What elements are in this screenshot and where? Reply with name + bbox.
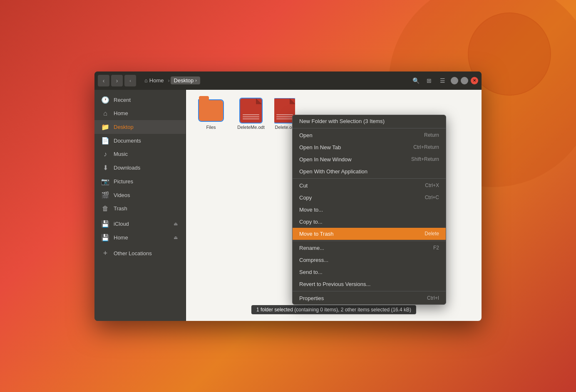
cm-shortcut-properties: Ctrl+I [427,295,439,301]
cm-label-revert: Revert to Previous Versions... [299,281,370,287]
sidebar-item-other[interactable]: + Other Locations [94,246,186,261]
breadcrumb: ⌂ Home › Desktop › [141,76,405,84]
cm-shortcut-open: Return [424,132,439,138]
cm-separator-4 [293,291,446,291]
documents-icon: 📄 [101,137,109,145]
sidebar-label-music: Music [114,151,179,157]
cm-label-new-folder: New Folder with Selection (3 Items) [299,118,385,124]
sidebar-item-icloud[interactable]: 💾 iCloud ⏏ [94,217,186,231]
file-label-files: Files [206,125,216,130]
minimize-button[interactable] [451,77,458,84]
sidebar-label-recent: Recent [114,97,179,103]
sidebar-label-home: Home [114,110,179,116]
cm-separator-1 [293,128,446,128]
sidebar-item-trash[interactable]: 🗑 Trash [94,202,186,215]
cm-open-new-tab[interactable]: Open In New Tab Ctrl+Return [293,141,446,153]
cm-label-move-to-trash: Move to Trash [299,231,333,237]
sidebar: 🕐 Recent ⌂ Home 📁 Desktop 📄 Documents ♪ … [94,90,186,321]
pictures-icon: 📷 [101,178,109,185]
cm-label-properties: Properties [299,295,324,301]
icloud-icon: 💾 [101,220,109,228]
home2-eject-icon[interactable]: ⏏ [172,234,179,241]
home-nav-icon: ⌂ [101,110,109,117]
cm-label-rename: Rename... [299,245,324,251]
cm-rename[interactable]: Rename... F2 [293,242,446,254]
cm-label-open-other-app: Open With Other Application [299,168,367,175]
sidebar-item-pictures[interactable]: 📷 Pictures [94,175,186,188]
statusbar-text: 1 folder selected (containing 0 items), … [256,307,411,313]
videos-icon: 🎬 [101,191,109,199]
file-area[interactable]: Files DeleteMe.odt [186,90,482,321]
cm-shortcut-move-to-trash: Delete [425,231,439,237]
cm-move-to-trash[interactable]: Move to Trash Delete [293,228,446,240]
cm-label-open-new-window: Open In New Window [299,156,352,163]
sidebar-label-downloads: Downloads [114,165,179,171]
sidebar-label-other: Other Locations [114,250,179,256]
sidebar-item-desktop[interactable]: 📁 Desktop [94,120,186,134]
titlebar: ‹ › ‹ ⌂ Home › Desktop › 🔍 ⊞ ☰ ✕ [94,71,482,90]
cm-shortcut-cut: Ctrl+X [425,182,439,188]
sidebar-item-home[interactable]: ⌂ Home [94,107,186,120]
cm-label-copy-to: Copy to... [299,219,323,225]
main-area: 🕐 Recent ⌂ Home 📁 Desktop 📄 Documents ♪ … [94,90,482,321]
home-icon: ⌂ [144,77,148,84]
view-toggle-button[interactable]: ⊞ [423,75,435,86]
sidebar-item-music[interactable]: ♪ Music [94,148,186,161]
breadcrumb-desktop[interactable]: Desktop › [171,76,200,84]
icloud-eject-icon[interactable]: ⏏ [172,220,179,227]
cm-cut[interactable]: Cut Ctrl+X [293,180,446,192]
file-icon-files-folder[interactable]: Files [194,98,228,130]
forward-button[interactable]: › [111,75,123,86]
cm-open-new-window[interactable]: Open In New Window Shift+Return [293,153,446,165]
cm-shortcut-copy: Ctrl+C [425,195,439,200]
cm-compress[interactable]: Compress... [293,254,446,266]
cm-properties[interactable]: Properties Ctrl+I [293,292,446,304]
breadcrumb-home[interactable]: ⌂ Home [141,76,167,84]
maximize-button[interactable] [461,77,468,84]
music-icon: ♪ [101,150,109,158]
file-label-deleteme: DeleteMe.odt [237,125,264,130]
back-button[interactable]: ‹ [98,75,109,86]
cm-shortcut-open-new-tab: Ctrl+Return [413,144,439,150]
search-button[interactable]: 🔍 [410,75,422,86]
sidebar-item-documents[interactable]: 📄 Documents [94,134,186,148]
close-button[interactable]: ✕ [471,77,478,84]
cm-separator-2 [293,178,446,179]
cm-copy[interactable]: Copy Ctrl+C [293,192,446,204]
cm-label-cut: Cut [299,182,308,189]
cm-label-open-new-tab: Open In New Tab [299,144,341,150]
cm-shortcut-rename: F2 [433,245,439,251]
cm-new-folder[interactable]: New Folder with Selection (3 Items) [293,115,446,127]
sidebar-item-home2[interactable]: 💾 Home ⏏ [94,231,186,244]
folder-image [199,98,223,123]
sidebar-label-documents: Documents [114,138,179,144]
sidebar-label-home2: Home [114,234,168,241]
cm-open[interactable]: Open Return [293,129,446,141]
cm-copy-to[interactable]: Copy to... [293,216,446,228]
sidebar-label-desktop: Desktop [114,124,179,130]
breadcrumb-separator: › [168,78,170,84]
cm-label-copy: Copy [299,195,312,201]
cm-revert[interactable]: Revert to Previous Versions... [293,278,446,290]
odt-ico-deleteme [240,99,262,123]
recent-icon: 🕐 [101,96,109,104]
cm-label-compress: Compress... [299,257,328,263]
sidebar-item-videos[interactable]: 🎬 Videos [94,188,186,202]
folder-ico [199,100,223,121]
cm-label-open: Open [299,132,313,138]
cm-label-send-to: Send to... [299,269,323,275]
downloads-icon: ⬇ [101,164,109,172]
sidebar-label-icloud: iCloud [114,221,168,227]
menu-button[interactable]: ☰ [437,75,448,86]
file-manager-window: ‹ › ‹ ⌂ Home › Desktop › 🔍 ⊞ ☰ ✕ [94,71,482,321]
file-icon-deleteme[interactable]: DeleteMe.odt [234,98,268,130]
sidebar-item-recent[interactable]: 🕐 Recent [94,93,186,107]
sidebar-label-pictures: Pictures [114,178,179,185]
cm-send-to[interactable]: Send to... [293,266,446,278]
cm-move-to[interactable]: Move to... [293,204,446,216]
cm-label-move-to: Move to... [299,207,323,213]
cm-open-other-app[interactable]: Open With Other Application [293,165,446,178]
up-button[interactable]: ‹ [124,75,136,86]
sidebar-item-downloads[interactable]: ⬇ Downloads [94,161,186,175]
desktop-icon: 📁 [101,123,109,131]
